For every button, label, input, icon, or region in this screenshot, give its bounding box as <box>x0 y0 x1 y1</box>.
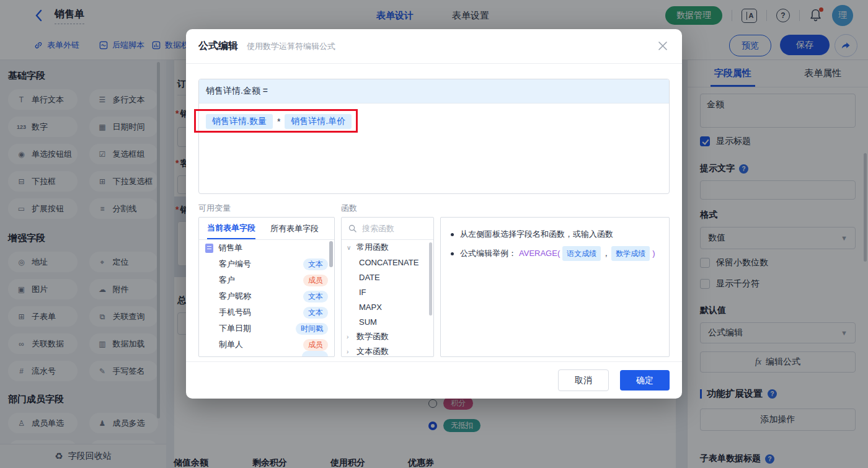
functions-label: 函数 <box>341 203 357 214</box>
example-chip-math-score: 数学成绩 <box>611 246 650 261</box>
cancel-button[interactable]: 取消 <box>558 369 609 391</box>
modal-footer: 取消 确定 <box>186 361 682 399</box>
tab-all-form-fields[interactable]: 所有表单字段 <box>270 223 319 234</box>
function-item[interactable]: MAPX <box>342 299 433 314</box>
function-group-text[interactable]: ›文本函数 <box>342 344 433 357</box>
tip-line-2: 公式编辑举例： AVERAGE( 语文成绩 ， 数学成绩 ) <box>450 246 660 261</box>
type-badge: 成员 <box>303 339 328 351</box>
modal-title: 公式编辑 <box>198 40 238 53</box>
formula-editor: 销售详情.金额 = 销售详情.数量 * 销售详情.单价 <box>198 79 670 194</box>
variables-scrollbar-thumb[interactable] <box>329 241 333 267</box>
example-chip-chinese-score: 语文成绩 <box>562 246 601 261</box>
close-icon[interactable] <box>657 40 668 51</box>
variable-row[interactable]: 客户成员 <box>199 272 334 288</box>
bullet-icon <box>451 252 454 255</box>
tips-panel: 从左侧面板选择字段名和函数，或输入函数 公式编辑举例： AVERAGE( 语文成… <box>440 217 670 357</box>
available-variables-label: 可用变量 <box>198 203 341 214</box>
modal-columns: 当前表单字段 所有表单字段 销售单 客户编号文本 客户成员 客户昵称文本 手机号… <box>198 217 670 357</box>
tip-line-1: 从左侧面板选择字段名和函数，或输入函数 <box>450 228 660 241</box>
chevron-expanded-icon: ∨ <box>347 244 353 251</box>
variables-tabs: 当前表单字段 所有表单字段 <box>199 218 334 240</box>
chevron-collapsed-icon: › <box>347 348 353 355</box>
type-badge: 时间戳 <box>296 323 328 335</box>
clipped-badge <box>302 351 328 357</box>
function-search-input[interactable] <box>361 223 425 234</box>
formula-edit-modal: 公式编辑 使用数学运算符编辑公式 销售详情.金额 = 销售详情.数量 * 销售详… <box>186 29 682 399</box>
modal-subtitle: 使用数学运算符编辑公式 <box>247 41 335 52</box>
modal-body: 销售详情.金额 = 销售详情.数量 * 销售详情.单价 可用变量 函数 当前表单… <box>186 64 682 357</box>
confirm-button[interactable]: 确定 <box>620 370 670 391</box>
type-badge: 成员 <box>303 275 328 286</box>
type-badge: 文本 <box>303 291 328 302</box>
variable-tree-root[interactable]: 销售单 <box>199 240 334 256</box>
functions-panel: ∨常用函数 CONCATENATE DATE IF MAPX SUM ›数学函数… <box>341 217 434 357</box>
variable-row[interactable]: 手机号码文本 <box>199 304 334 320</box>
annotation-highlight-box <box>194 109 358 133</box>
function-group-common[interactable]: ∨常用函数 <box>342 240 433 255</box>
variables-panel: 当前表单字段 所有表单字段 销售单 客户编号文本 客户成员 客户昵称文本 手机号… <box>198 217 335 357</box>
variable-row[interactable]: 客户昵称文本 <box>199 288 334 304</box>
function-item[interactable]: IF <box>342 285 433 299</box>
chevron-collapsed-icon: › <box>347 333 353 340</box>
tab-current-form-fields[interactable]: 当前表单字段 <box>207 218 255 239</box>
modal-header: 公式编辑 使用数学运算符编辑公式 <box>186 29 682 64</box>
search-icon <box>348 224 356 232</box>
function-group-math[interactable]: ›数学函数 <box>342 329 433 344</box>
function-search[interactable] <box>342 218 433 240</box>
app-screen: 销售单 表单设计 表单设置 数据管理 A ? 理 表单外链 后端脚本 <box>0 0 868 468</box>
function-item[interactable]: CONCATENATE <box>342 255 433 270</box>
functions-scrollbar-thumb[interactable] <box>429 242 432 316</box>
function-item[interactable]: SUM <box>342 314 433 329</box>
average-function-text: AVERAGE( <box>519 247 560 260</box>
panel-labels: 可用变量 函数 <box>198 203 670 214</box>
bullet-icon <box>451 233 454 236</box>
function-item[interactable]: DATE <box>342 270 433 285</box>
type-badge: 文本 <box>303 258 328 270</box>
form-doc-icon <box>205 244 213 253</box>
type-badge: 文本 <box>303 307 328 319</box>
variable-row[interactable]: 客户编号文本 <box>199 256 334 272</box>
formula-target: 销售详情.金额 = <box>199 79 669 104</box>
variable-row[interactable]: 下单日期时间戳 <box>199 320 334 337</box>
